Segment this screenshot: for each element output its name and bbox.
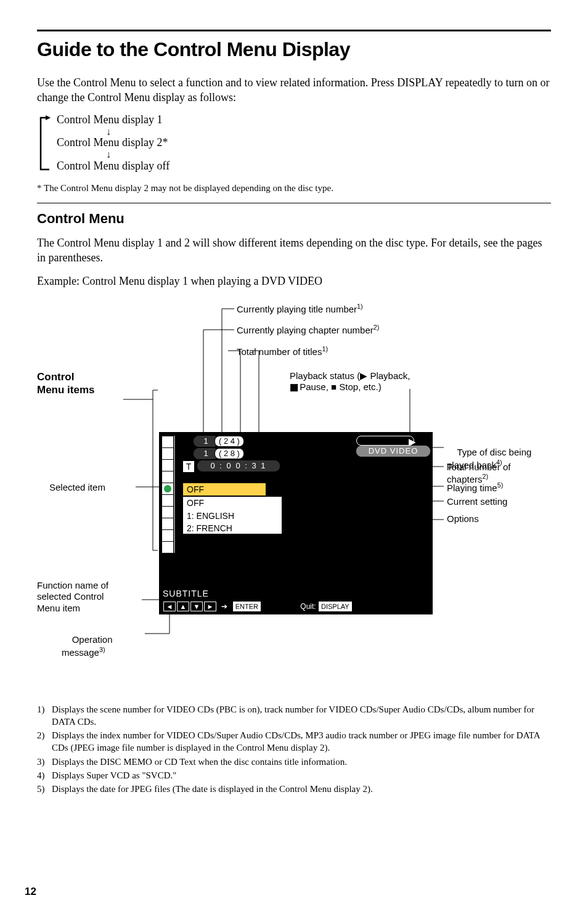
label-control-menu-items: Control Menu items: [37, 370, 95, 397]
osd-selected-icon: [161, 483, 174, 495]
footnote-1: Displays the scene number for VIDEO CDs …: [52, 703, 551, 728]
section-para-1: The Control Menu display 1 and 2 will sh…: [37, 235, 551, 266]
label-options: Options: [447, 513, 479, 525]
page-title: Guide to the Control Menu Display: [37, 36, 551, 63]
label-playing-time: Playing time5): [447, 481, 503, 494]
footnote-2: Displays the index number for VIDEO CDs/…: [52, 729, 551, 754]
pause-icon: ▮▮: [290, 382, 297, 392]
osd-time-prefix: T: [182, 460, 195, 473]
osd-function-name: SUBTITLE: [163, 588, 209, 600]
flow-step-1: Control Menu display 1: [57, 114, 169, 126]
label-current-setting: Current setting: [447, 496, 507, 508]
section-heading: Control Menu: [37, 210, 551, 228]
osd-time: 0 : 0 0 : 3 1: [197, 460, 280, 471]
osd-dropdown: OFF 1: ENGLISH 2: FRENCH: [182, 496, 282, 534]
label-operation-message: Operation message3): [62, 623, 113, 671]
osd-option-off: OFF: [183, 497, 282, 510]
stop-icon: ■: [331, 382, 337, 392]
footnotes: 1)Displays the scene number for VIDEO CD…: [37, 703, 551, 796]
osd-selected-value: OFF: [182, 483, 266, 496]
nav-up-icon: ▲: [177, 602, 189, 611]
arrow-right-icon: ➔: [221, 602, 227, 611]
osd-operation-hint: ◄▲▼► ➔ ENTER Quit: DISPLAY: [163, 602, 353, 611]
arrow-down-icon: ↓: [57, 149, 169, 160]
enter-key: ENTER: [233, 602, 261, 611]
flow-loop-bracket: [37, 114, 52, 173]
label-selected-item: Selected item: [49, 482, 105, 494]
osd-option-lang1: 1: ENGLISH: [183, 510, 282, 523]
nav-left-icon: ◄: [163, 602, 176, 611]
section-para-2: Example: Control Menu display 1 when pla…: [37, 274, 551, 288]
flow-step-3: Control Menu display off: [57, 160, 169, 173]
intro-paragraph: Use the Control Menu to select a functio…: [37, 75, 551, 105]
label-total-titles: Total number of titles1): [237, 345, 328, 358]
label-function-name: Function name of selected Control Menu i…: [37, 580, 108, 614]
display-key: DISPLAY: [319, 602, 352, 611]
flow-step-2: Control Menu display 2*: [57, 137, 169, 149]
footnote-5: Displays the date for JPEG files (The da…: [52, 783, 373, 795]
osd-option-lang2: 2: FRENCH: [183, 522, 282, 535]
osd-title-total: ( 2 4 ): [214, 436, 244, 447]
flow-diagram: Control Menu display 1 ↓ Control Menu di…: [37, 114, 551, 173]
nav-right-icon: ►: [204, 602, 216, 611]
osd-chapter-total: ( 2 8 ): [214, 448, 244, 459]
star-footnote: * The Control Menu display 2 may not be …: [37, 182, 551, 194]
label-cur-chapter: Currently playing chapter number2): [237, 324, 379, 337]
osd-disc-type: DVD VIDEO: [356, 446, 430, 457]
arrow-down-icon: ↓: [57, 126, 169, 137]
footnote-4: Displays Super VCD as "SVCD.": [52, 769, 176, 781]
label-cur-title: Currently playing title number1): [237, 303, 363, 316]
label-playback-status: Playback status (▶ Playback, ▮▮ Pause, ■…: [290, 370, 450, 394]
nav-down-icon: ▼: [190, 602, 203, 611]
control-menu-figure: Currently playing title number1) Current…: [37, 298, 551, 692]
footnote-3: Displays the DISC MEMO or CD Text when t…: [52, 756, 347, 768]
play-icon: ▶: [360, 370, 367, 381]
osd-screen: 1 ( 2 4 ) 1 ( 2 8 ) T 0 : 0 0 : 3 1 ▶ DV…: [159, 432, 433, 614]
